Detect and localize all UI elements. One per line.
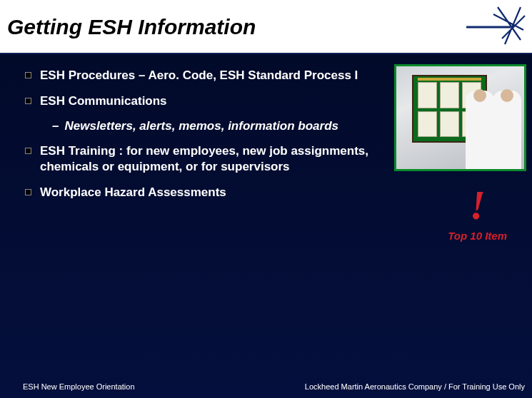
sub-bullet-item: – Newsletters, alerts, memos, informatio… [52, 119, 518, 133]
footer-right: Lockheed Martin Aeronautics Company / Fo… [305, 382, 525, 391]
footer-left: ESH New Employee Orientation [23, 382, 135, 391]
slide-footer: ESH New Employee Orientation Lockheed Ma… [23, 382, 525, 391]
exclamation-icon: ! [448, 185, 507, 225]
header-divider [0, 53, 532, 54]
slide-header: Getting ESH Information [0, 0, 532, 53]
top10-callout: ! Top 10 Item [448, 185, 507, 242]
square-bullet-icon [25, 72, 31, 78]
dash-bullet-icon: – [52, 119, 59, 133]
bullet-text: ESH Procedures – Aero. Code, ESH Standar… [40, 68, 358, 83]
bullet-text: ESH Communications [40, 93, 167, 109]
square-bullet-icon [25, 148, 31, 154]
square-bullet-icon [25, 98, 31, 104]
bullet-item: ESH Procedures – Aero. Code, ESH Standar… [25, 68, 518, 83]
slide-title: Getting ESH Information [7, 15, 256, 39]
bullet-item: ESH Communications [25, 93, 518, 109]
bullet-text: Workplace Hazard Assessments [40, 185, 226, 200]
sub-bullet-text: Newsletters, alerts, memos, information … [64, 119, 338, 133]
square-bullet-icon [25, 189, 31, 195]
slide: Getting ESH Information ESH Procedures –… [0, 0, 532, 398]
slide-content: ESH Procedures – Aero. Code, ESH Standar… [25, 68, 518, 210]
lockheed-star-logo [462, 4, 526, 47]
top10-label: Top 10 Item [448, 230, 507, 242]
bullet-item: Workplace Hazard Assessments [25, 185, 518, 200]
bullet-item: ESH Training : for new employees, new jo… [25, 143, 396, 175]
bullet-text: ESH Training : for new employees, new jo… [40, 143, 396, 175]
